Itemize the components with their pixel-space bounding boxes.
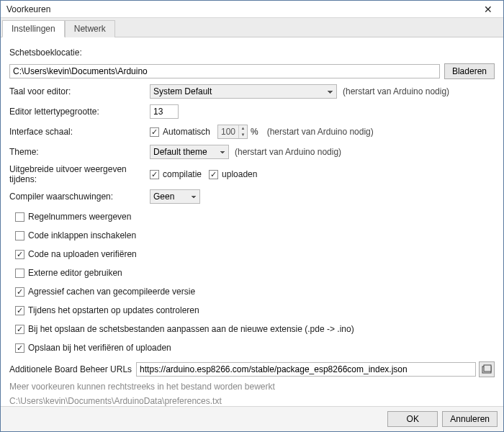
scale-value-input [218, 125, 238, 138]
theme-note: (herstart van Arduino nodig) [235, 147, 341, 157]
button-bar: OK Annuleren [1, 406, 503, 431]
option-label: Externe editor gebruiken [28, 268, 122, 278]
scale-spinner[interactable]: ▲▼ [217, 125, 248, 139]
warnings-label: Compiler waarschuwingen: [9, 192, 150, 202]
option-checkbox-3[interactable]: Externe editor gebruiken [15, 268, 122, 278]
cancel-button[interactable]: Annuleren [442, 411, 498, 427]
option-row: Code inklappen inschakelen [15, 228, 495, 243]
editor-lang-select[interactable]: System Default [150, 84, 337, 99]
option-checkbox-0[interactable]: Regelnummers weergeven [15, 212, 131, 222]
theme-select[interactable]: Default theme [150, 145, 229, 159]
option-label: Agressief cachen van gecompileerde versi… [28, 287, 195, 297]
option-label: Regelnummers weergeven [28, 212, 131, 222]
content-panel: Schetsboeklocatie: Bladeren Taal voor ed… [1, 37, 503, 406]
checkmark-icon: ✓ [150, 170, 159, 179]
option-checkbox-6[interactable]: ✓Bij het opslaan de schetsbestanden aanp… [15, 324, 354, 334]
verbose-label: Uitgebreide uitvoer weergeven tijdens: [9, 164, 150, 184]
theme-label: Theme: [9, 147, 150, 157]
option-checkbox-4[interactable]: ✓Agressief cachen van gecompileerde vers… [15, 287, 195, 297]
option-label: Bij het opslaan de schetsbestanden aanpa… [28, 324, 354, 334]
footer-line1: Meer voorkeuren kunnen rechtstreeks in h… [9, 382, 495, 392]
editor-lang-label: Taal voor editor: [9, 86, 150, 96]
close-icon[interactable]: ✕ [477, 2, 499, 17]
editor-lang-note: (herstart van Arduino nodig) [343, 86, 449, 96]
footer-line2: C:\Users\kevin\Documents\ArduinoData\pre… [9, 396, 495, 406]
option-row: Regelnummers weergeven [15, 209, 495, 225]
svg-rect-1 [484, 365, 491, 372]
option-row: ✓Code na uploaden verifiëren [15, 246, 495, 262]
option-row: ✓Agressief cachen van gecompileerde vers… [15, 284, 495, 300]
option-checkbox-5[interactable]: ✓Tijdens het opstarten op updates contro… [15, 305, 199, 315]
checkmark-icon: ✓ [209, 170, 218, 179]
boards-url-expand-button[interactable] [479, 361, 495, 377]
checkmark-icon: ✓ [15, 306, 24, 315]
sketchbook-label: Schetsboeklocatie: [9, 48, 82, 58]
boards-url-label: Additionele Board Beheer URLs [9, 364, 132, 374]
font-size-input[interactable] [150, 104, 179, 119]
option-checkbox-7[interactable]: ✓Opslaan bij het verifiëren of uploaden [15, 343, 171, 353]
browse-button[interactable]: Bladeren [444, 63, 495, 79]
window-icon [482, 364, 492, 374]
option-row: ✓Bij het opslaan de schetsbestanden aanp… [15, 321, 495, 337]
checkmark-icon [15, 231, 24, 240]
tab-settings[interactable]: Instellingen [2, 20, 65, 37]
checkmark-icon: ✓ [15, 325, 24, 334]
titlebar: Voorkeuren ✕ [1, 1, 503, 18]
checkmark-icon: ✓ [15, 287, 24, 297]
checkmark-icon [15, 212, 24, 222]
checkmark-icon: ✓ [150, 127, 159, 137]
ok-button[interactable]: OK [387, 411, 438, 427]
preferences-window: Voorkeuren ✕ Instellingen Netwerk Schets… [0, 0, 504, 432]
option-checkbox-2[interactable]: ✓Code na uploaden verifiëren [15, 249, 137, 259]
checkmark-icon: ✓ [15, 250, 24, 259]
checkmark-icon: ✓ [15, 343, 24, 353]
checkmark-icon [15, 269, 24, 278]
option-checkbox-1[interactable]: Code inklappen inschakelen [15, 230, 136, 240]
verbose-upload-label: uploaden [222, 169, 257, 179]
warnings-select[interactable]: Geen [150, 189, 200, 204]
verbose-compile-checkbox[interactable]: ✓ compilatie [150, 169, 202, 179]
verbose-compile-label: compilatie [163, 169, 202, 179]
font-size-label: Editor lettertypegrootte: [9, 107, 150, 117]
option-label: Code inklappen inschakelen [28, 230, 136, 240]
tab-strip: Instellingen Netwerk [1, 18, 503, 37]
scale-auto-checkbox[interactable]: ✓ Automatisch [150, 127, 210, 137]
scale-auto-label: Automatisch [163, 127, 210, 137]
window-title: Voorkeuren [6, 4, 477, 14]
scale-label: Interface schaal: [9, 127, 150, 137]
option-label: Opslaan bij het verifiëren of uploaden [28, 343, 171, 353]
tab-network[interactable]: Netwerk [65, 20, 115, 37]
scale-unit: % [251, 127, 258, 137]
option-label: Tijdens het opstarten op updates control… [28, 305, 199, 315]
option-row: ✓Opslaan bij het verifiëren of uploaden [15, 340, 495, 356]
boards-url-input[interactable] [136, 362, 476, 377]
option-row: Externe editor gebruiken [15, 265, 495, 281]
scale-note: (herstart van Arduino nodig) [267, 127, 374, 137]
verbose-upload-checkbox[interactable]: ✓ uploaden [209, 169, 257, 179]
sketchbook-path-input[interactable] [9, 64, 440, 78]
spinner-buttons: ▲▼ [238, 125, 247, 138]
option-label: Code na uploaden verifiëren [28, 249, 137, 259]
option-row: ✓Tijdens het opstarten op updates contro… [15, 302, 495, 318]
options-list: Regelnummers weergevenCode inklappen ins… [15, 209, 495, 356]
